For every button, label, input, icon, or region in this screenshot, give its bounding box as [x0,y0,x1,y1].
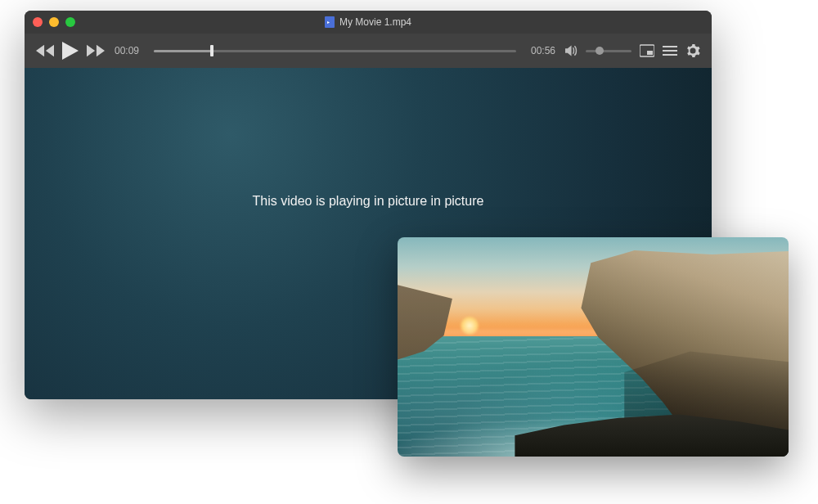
progress-thumb[interactable] [210,45,213,56]
settings-button[interactable] [685,44,700,57]
close-window-button[interactable] [33,17,43,27]
window-controls [33,17,75,27]
total-time-label: 00:56 [531,45,555,56]
transport-controls [36,42,105,60]
volume-control [565,45,631,56]
play-button[interactable] [62,42,79,60]
current-time-label: 00:09 [115,45,139,56]
forward-button[interactable] [87,44,105,57]
svg-rect-2 [663,46,677,47]
window-title: My Movie 1.mp4 [325,16,411,28]
pip-video-frame [398,237,789,457]
right-controls [565,44,700,57]
picture-in-picture-button[interactable] [640,44,654,57]
svg-rect-3 [663,50,677,52]
progress-fill [154,50,212,52]
playlist-button[interactable] [663,44,677,57]
progress-slider[interactable] [154,50,516,52]
svg-rect-1 [647,51,653,55]
minimize-window-button[interactable] [49,17,59,27]
picture-in-picture-window[interactable] [398,237,789,457]
rewind-button[interactable] [36,44,54,57]
fullscreen-window-button[interactable] [65,17,75,27]
video-file-icon [325,16,335,28]
player-toolbar: 00:09 00:56 [25,34,712,68]
titlebar: My Movie 1.mp4 [25,11,712,34]
volume-thumb[interactable] [596,47,604,55]
window-title-text: My Movie 1.mp4 [339,16,411,28]
svg-rect-4 [663,54,677,56]
volume-slider[interactable] [586,50,631,52]
volume-icon[interactable] [565,45,579,56]
pip-status-message: This video is playing in picture in pict… [253,194,484,209]
